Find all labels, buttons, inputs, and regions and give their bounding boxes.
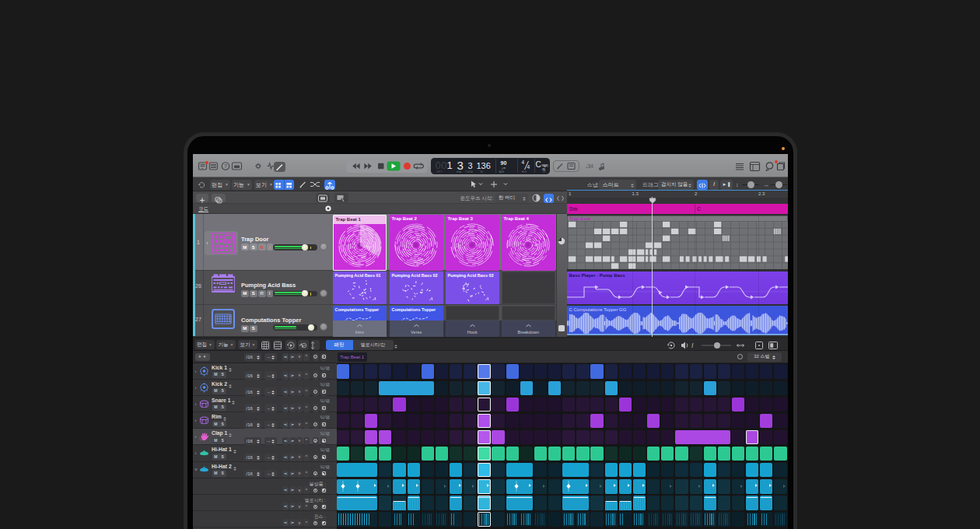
svg-text:𝅗𝅥34: 𝅗𝅥34 — [586, 163, 593, 169]
svg-text:I: I — [691, 342, 694, 349]
svg-text:?: ? — [224, 163, 227, 169]
